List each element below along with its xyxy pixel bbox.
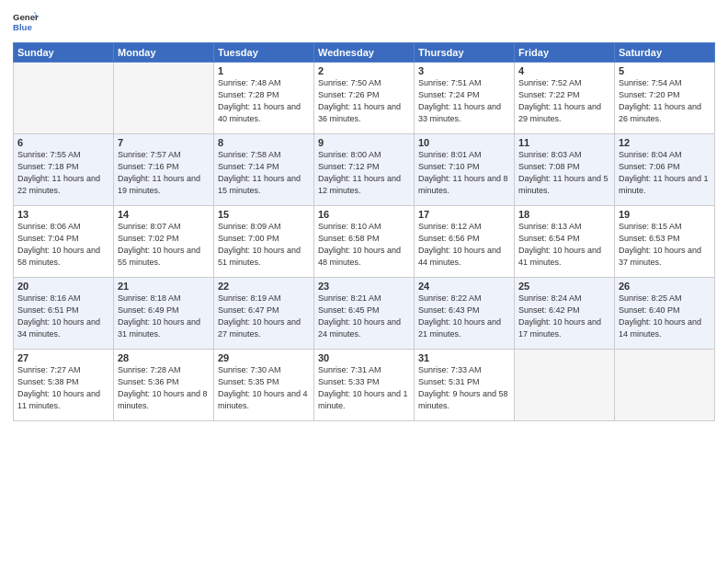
day-number: 5 — [619, 65, 711, 76]
day-info: Sunrise: 7:54 AM Sunset: 7:20 PM Dayligh… — [619, 77, 711, 125]
calendar-cell: 2Sunrise: 7:50 AM Sunset: 7:26 PM Daylig… — [314, 63, 415, 134]
calendar-table: SundayMondayTuesdayWednesdayThursdayFrid… — [13, 42, 715, 421]
day-number: 29 — [218, 352, 310, 363]
day-info: Sunrise: 7:55 AM Sunset: 7:18 PM Dayligh… — [17, 149, 109, 197]
calendar-cell: 28Sunrise: 7:28 AM Sunset: 5:36 PM Dayli… — [114, 350, 214, 421]
day-info: Sunrise: 8:13 AM Sunset: 6:54 PM Dayligh… — [518, 221, 610, 269]
calendar-cell: 7Sunrise: 7:57 AM Sunset: 7:16 PM Daylig… — [114, 134, 214, 206]
calendar-cell: 1Sunrise: 7:48 AM Sunset: 7:28 PM Daylig… — [214, 63, 314, 134]
weekday-header-saturday: Saturday — [615, 43, 715, 63]
header: General Blue — [13, 9, 715, 35]
weekday-header-thursday: Thursday — [415, 43, 515, 63]
week-row-1: 1Sunrise: 7:48 AM Sunset: 7:28 PM Daylig… — [14, 63, 715, 134]
day-number: 23 — [318, 281, 410, 292]
day-number: 16 — [318, 209, 410, 220]
day-number: 22 — [218, 281, 310, 292]
day-info: Sunrise: 8:22 AM Sunset: 6:43 PM Dayligh… — [418, 293, 510, 340]
calendar-cell: 5Sunrise: 7:54 AM Sunset: 7:20 PM Daylig… — [615, 63, 715, 134]
calendar-cell: 17Sunrise: 8:12 AM Sunset: 6:56 PM Dayli… — [415, 206, 515, 278]
day-info: Sunrise: 8:00 AM Sunset: 7:12 PM Dayligh… — [318, 149, 410, 197]
weekday-header-row: SundayMondayTuesdayWednesdayThursdayFrid… — [14, 43, 715, 63]
day-number: 12 — [619, 137, 711, 148]
day-info: Sunrise: 7:30 AM Sunset: 5:35 PM Dayligh… — [218, 364, 310, 412]
logo-icon: General Blue — [13, 9, 39, 35]
day-info: Sunrise: 8:16 AM Sunset: 6:51 PM Dayligh… — [17, 293, 109, 340]
day-number: 27 — [17, 352, 109, 363]
day-number: 20 — [17, 281, 109, 292]
day-info: Sunrise: 8:04 AM Sunset: 7:06 PM Dayligh… — [619, 149, 711, 197]
day-info: Sunrise: 8:03 AM Sunset: 7:08 PM Dayligh… — [518, 149, 610, 197]
day-number: 9 — [318, 137, 410, 148]
calendar-cell: 29Sunrise: 7:30 AM Sunset: 5:35 PM Dayli… — [214, 350, 314, 421]
day-info: Sunrise: 8:18 AM Sunset: 6:49 PM Dayligh… — [118, 293, 210, 340]
day-info: Sunrise: 7:58 AM Sunset: 7:14 PM Dayligh… — [218, 149, 310, 197]
calendar-cell — [14, 63, 114, 134]
calendar-cell: 21Sunrise: 8:18 AM Sunset: 6:49 PM Dayli… — [114, 278, 214, 350]
day-number: 25 — [518, 281, 610, 292]
calendar-cell: 30Sunrise: 7:31 AM Sunset: 5:33 PM Dayli… — [314, 350, 415, 421]
calendar-cell: 9Sunrise: 8:00 AM Sunset: 7:12 PM Daylig… — [314, 134, 415, 206]
day-info: Sunrise: 8:21 AM Sunset: 6:45 PM Dayligh… — [318, 293, 410, 340]
logo: General Blue — [13, 9, 39, 35]
calendar-cell: 10Sunrise: 8:01 AM Sunset: 7:10 PM Dayli… — [415, 134, 515, 206]
svg-text:General: General — [13, 12, 39, 22]
day-number: 18 — [518, 209, 610, 220]
day-number: 31 — [418, 352, 510, 363]
calendar-cell: 11Sunrise: 8:03 AM Sunset: 7:08 PM Dayli… — [515, 134, 615, 206]
calendar-cell: 25Sunrise: 8:24 AM Sunset: 6:42 PM Dayli… — [515, 278, 615, 350]
day-number: 4 — [518, 65, 610, 76]
day-info: Sunrise: 7:27 AM Sunset: 5:38 PM Dayligh… — [17, 364, 109, 412]
day-info: Sunrise: 7:52 AM Sunset: 7:22 PM Dayligh… — [518, 77, 610, 125]
day-number: 19 — [619, 209, 711, 220]
day-info: Sunrise: 8:07 AM Sunset: 7:02 PM Dayligh… — [118, 221, 210, 269]
day-number: 14 — [118, 209, 210, 220]
day-number: 24 — [418, 281, 510, 292]
day-number: 17 — [418, 209, 510, 220]
day-number: 15 — [218, 209, 310, 220]
weekday-header-wednesday: Wednesday — [314, 43, 415, 63]
week-row-4: 20Sunrise: 8:16 AM Sunset: 6:51 PM Dayli… — [14, 278, 715, 350]
calendar-cell: 18Sunrise: 8:13 AM Sunset: 6:54 PM Dayli… — [515, 206, 615, 278]
day-number: 21 — [118, 281, 210, 292]
week-row-2: 6Sunrise: 7:55 AM Sunset: 7:18 PM Daylig… — [14, 134, 715, 206]
calendar-cell: 27Sunrise: 7:27 AM Sunset: 5:38 PM Dayli… — [14, 350, 114, 421]
weekday-header-tuesday: Tuesday — [214, 43, 314, 63]
calendar-cell: 26Sunrise: 8:25 AM Sunset: 6:40 PM Dayli… — [615, 278, 715, 350]
calendar-cell — [114, 63, 214, 134]
day-number: 6 — [17, 137, 109, 148]
weekday-header-sunday: Sunday — [14, 43, 114, 63]
svg-text:Blue: Blue — [13, 22, 32, 32]
day-info: Sunrise: 7:50 AM Sunset: 7:26 PM Dayligh… — [318, 77, 410, 125]
day-info: Sunrise: 8:09 AM Sunset: 7:00 PM Dayligh… — [218, 221, 310, 269]
day-info: Sunrise: 8:12 AM Sunset: 6:56 PM Dayligh… — [418, 221, 510, 269]
day-number: 11 — [518, 137, 610, 148]
calendar-cell: 23Sunrise: 8:21 AM Sunset: 6:45 PM Dayli… — [314, 278, 415, 350]
calendar-cell: 16Sunrise: 8:10 AM Sunset: 6:58 PM Dayli… — [314, 206, 415, 278]
day-info: Sunrise: 8:10 AM Sunset: 6:58 PM Dayligh… — [318, 221, 410, 269]
day-info: Sunrise: 8:19 AM Sunset: 6:47 PM Dayligh… — [218, 293, 310, 340]
day-info: Sunrise: 8:15 AM Sunset: 6:53 PM Dayligh… — [619, 221, 711, 269]
week-row-3: 13Sunrise: 8:06 AM Sunset: 7:04 PM Dayli… — [14, 206, 715, 278]
calendar-cell: 24Sunrise: 8:22 AM Sunset: 6:43 PM Dayli… — [415, 278, 515, 350]
day-number: 30 — [318, 352, 410, 363]
calendar-cell: 31Sunrise: 7:33 AM Sunset: 5:31 PM Dayli… — [415, 350, 515, 421]
calendar-cell: 19Sunrise: 8:15 AM Sunset: 6:53 PM Dayli… — [615, 206, 715, 278]
calendar-cell: 8Sunrise: 7:58 AM Sunset: 7:14 PM Daylig… — [214, 134, 314, 206]
day-number: 1 — [218, 65, 310, 76]
day-info: Sunrise: 7:31 AM Sunset: 5:33 PM Dayligh… — [318, 364, 410, 412]
day-info: Sunrise: 8:24 AM Sunset: 6:42 PM Dayligh… — [518, 293, 610, 340]
weekday-header-friday: Friday — [515, 43, 615, 63]
day-info: Sunrise: 8:06 AM Sunset: 7:04 PM Dayligh… — [17, 221, 109, 269]
day-info: Sunrise: 7:28 AM Sunset: 5:36 PM Dayligh… — [118, 364, 210, 412]
day-info: Sunrise: 7:51 AM Sunset: 7:24 PM Dayligh… — [418, 77, 510, 125]
day-number: 13 — [17, 209, 109, 220]
calendar-cell: 22Sunrise: 8:19 AM Sunset: 6:47 PM Dayli… — [214, 278, 314, 350]
day-number: 28 — [118, 352, 210, 363]
calendar-cell: 12Sunrise: 8:04 AM Sunset: 7:06 PM Dayli… — [615, 134, 715, 206]
day-number: 26 — [619, 281, 711, 292]
calendar-cell: 15Sunrise: 8:09 AM Sunset: 7:00 PM Dayli… — [214, 206, 314, 278]
calendar-cell — [615, 350, 715, 421]
calendar-cell: 4Sunrise: 7:52 AM Sunset: 7:22 PM Daylig… — [515, 63, 615, 134]
day-number: 8 — [218, 137, 310, 148]
calendar-cell — [515, 350, 615, 421]
